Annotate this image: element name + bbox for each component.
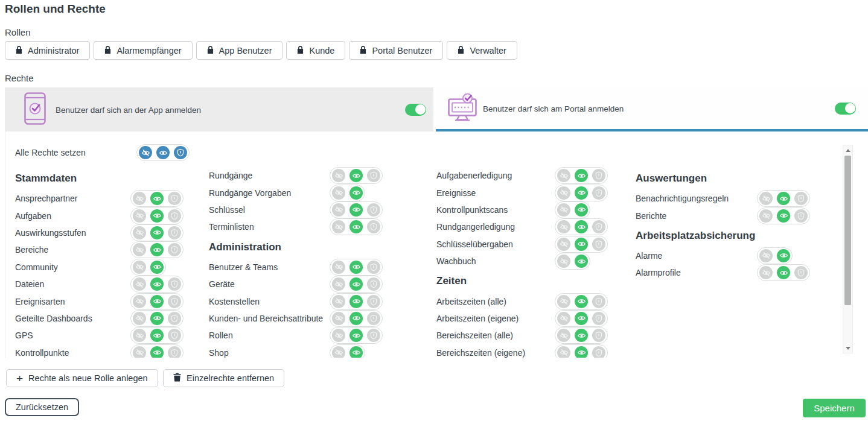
eye-icon[interactable] [575,169,588,182]
eye-slash-icon[interactable] [133,346,146,358]
shield-edit-icon[interactable] [367,203,380,217]
eye-icon[interactable] [150,226,164,239]
shield-edit-icon[interactable] [168,312,181,325]
eye-icon[interactable] [777,249,790,262]
eye-slash-icon[interactable] [332,346,345,358]
scroll-down-arrow-icon[interactable] [843,344,852,352]
eye-slash-icon[interactable] [557,329,570,342]
eye-slash-icon[interactable] [557,220,570,233]
remove-single-rights-button[interactable]: Einzelrechte entfernen [163,369,284,387]
eye-icon[interactable] [349,346,363,358]
eye-slash-icon[interactable] [133,192,146,205]
eye-icon[interactable] [575,329,588,342]
scroll-up-arrow-icon[interactable] [843,146,852,154]
eye-slash-icon[interactable] [557,312,570,325]
eye-slash-icon[interactable] [332,203,345,217]
shield-edit-icon[interactable] [367,329,380,342]
eye-slash-icon[interactable] [133,329,146,342]
eye-icon[interactable] [349,203,363,217]
eye-icon[interactable] [777,209,790,223]
eye-slash-icon[interactable] [133,312,146,325]
shield-edit-icon[interactable] [367,169,380,182]
eye-icon[interactable] [575,312,588,325]
eye-icon[interactable] [575,186,588,200]
eye-icon[interactable] [575,255,588,268]
shield-edit-icon[interactable] [592,329,605,342]
eye-icon[interactable] [349,329,363,342]
eye-icon[interactable] [575,203,588,217]
eye-slash-icon[interactable] [332,277,345,291]
eye-icon[interactable] [349,220,363,233]
eye-slash-icon[interactable] [557,346,570,358]
eye-icon[interactable] [150,192,164,205]
role-button-alarmempf-nger[interactable]: Alarmempfänger [94,41,192,60]
eye-icon[interactable] [575,295,588,308]
tab-app-login[interactable]: Benutzer darf sich an der App anmelden [5,87,433,131]
eye-icon[interactable] [575,346,588,358]
eye-slash-icon[interactable] [139,146,152,159]
shield-edit-icon[interactable] [794,192,808,205]
eye-slash-icon[interactable] [759,192,773,205]
eye-slash-icon[interactable] [332,220,345,233]
role-button-kunde[interactable]: Kunde [286,41,345,60]
shield-edit-icon[interactable] [168,346,181,358]
eye-slash-icon[interactable] [332,329,345,342]
tab-portal-login[interactable]: Benutzer darf sich am Portal anmelden [436,87,868,131]
eye-icon[interactable] [150,243,164,256]
shield-edit-icon[interactable] [168,329,181,342]
eye-icon[interactable] [150,329,164,342]
eye-slash-icon[interactable] [759,209,773,223]
eye-slash-icon[interactable] [133,277,146,291]
eye-slash-icon[interactable] [557,186,570,200]
add-rights-as-role-button[interactable]: + Rechte als neue Rolle anlegen [6,369,158,387]
shield-edit-icon[interactable] [367,312,380,325]
eye-slash-icon[interactable] [133,261,146,274]
shield-edit-icon[interactable] [592,220,605,233]
eye-slash-icon[interactable] [557,203,570,217]
eye-icon[interactable] [150,295,164,308]
eye-icon[interactable] [777,192,790,205]
scrollbar-thumb[interactable] [844,156,851,305]
eye-icon[interactable] [349,277,363,291]
shield-edit-icon[interactable] [592,312,605,325]
role-button-administrator[interactable]: Administrator [5,41,90,60]
eye-icon[interactable] [150,261,164,274]
shield-edit-icon[interactable] [168,277,181,291]
eye-slash-icon[interactable] [133,243,146,256]
shield-edit-icon[interactable] [168,209,181,223]
shield-edit-icon[interactable] [168,192,181,205]
eye-slash-icon[interactable] [332,295,345,308]
shield-edit-icon[interactable] [367,220,380,233]
eye-icon[interactable] [150,209,164,223]
eye-slash-icon[interactable] [557,238,570,251]
vertical-scrollbar[interactable] [843,145,853,353]
eye-icon[interactable] [349,261,363,274]
shield-edit-icon[interactable] [168,295,181,308]
eye-slash-icon[interactable] [332,261,345,274]
shield-edit-icon[interactable] [592,295,605,308]
shield-edit-icon[interactable] [367,277,380,291]
role-button-portal-benutzer[interactable]: Portal Benutzer [349,41,443,60]
eye-icon[interactable] [150,346,164,358]
eye-slash-icon[interactable] [759,266,773,279]
shield-edit-icon[interactable] [592,346,605,358]
shield-edit-icon[interactable] [794,266,808,279]
shield-edit-icon[interactable] [367,261,380,274]
eye-icon[interactable] [349,186,363,200]
eye-icon[interactable] [150,277,164,291]
shield-edit-icon[interactable] [168,226,181,239]
eye-icon[interactable] [575,238,588,251]
eye-slash-icon[interactable] [557,169,570,182]
save-button[interactable]: Speichern [803,399,866,417]
eye-icon[interactable] [156,146,170,159]
app-login-toggle[interactable] [405,104,426,116]
shield-edit-icon[interactable] [367,295,380,308]
shield-edit-icon[interactable] [592,238,605,251]
shield-edit-icon[interactable] [592,186,605,200]
role-button-app-benutzer[interactable]: App Benutzer [196,41,283,60]
eye-slash-icon[interactable] [557,255,570,268]
reset-button[interactable]: Zurücksetzen [5,398,79,416]
eye-slash-icon[interactable] [133,209,146,223]
eye-slash-icon[interactable] [759,249,773,262]
eye-slash-icon[interactable] [133,226,146,239]
